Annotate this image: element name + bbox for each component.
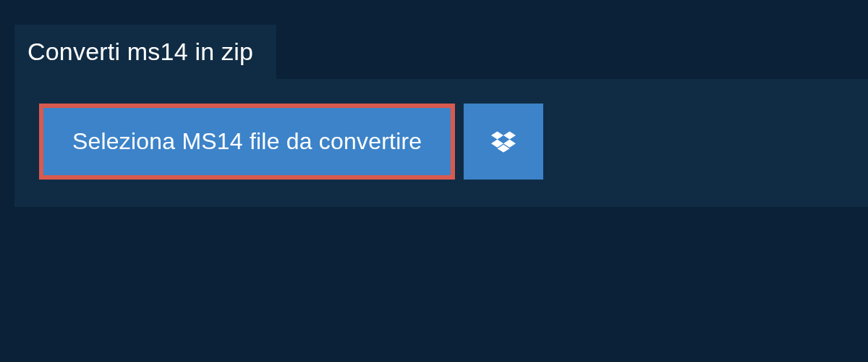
dropbox-icon <box>491 131 516 153</box>
button-row: Seleziona MS14 file da convertire <box>39 104 843 180</box>
conversion-tab[interactable]: Converti ms14 in zip <box>14 25 276 79</box>
upload-panel: Seleziona MS14 file da convertire <box>14 79 868 207</box>
select-file-label: Seleziona MS14 file da convertire <box>72 128 422 155</box>
dropbox-button[interactable] <box>464 104 543 180</box>
tab-title: Converti ms14 in zip <box>27 38 253 65</box>
select-file-button[interactable]: Seleziona MS14 file da convertire <box>39 104 455 180</box>
